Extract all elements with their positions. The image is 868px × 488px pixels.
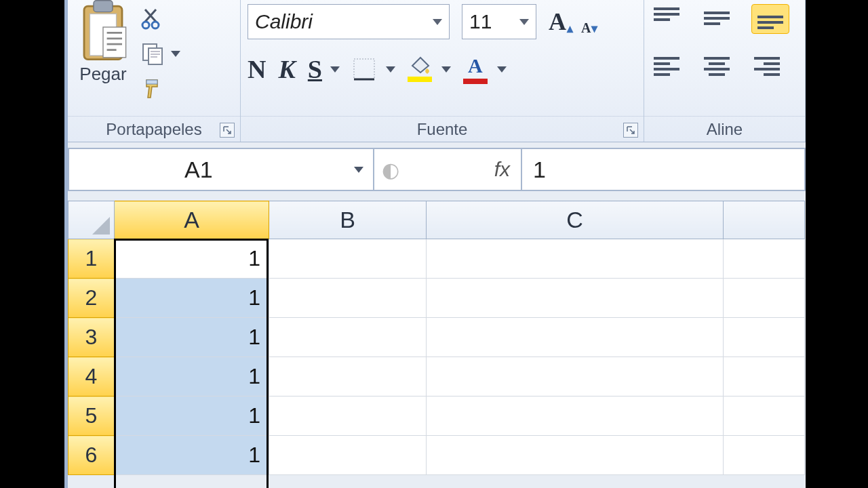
row-header-3[interactable]: 3: [68, 318, 115, 357]
chevron-down-icon: [441, 66, 451, 73]
cell-B1[interactable]: [269, 239, 427, 279]
align-top-button[interactable]: [651, 6, 682, 32]
align-center-button[interactable]: [701, 54, 732, 80]
cancel-entry-icon: ◐: [374, 149, 407, 190]
bold-button[interactable]: N: [248, 54, 266, 84]
paintbrush-icon: [141, 77, 164, 100]
svg-rect-25: [709, 62, 725, 65]
cell-A5[interactable]: 1: [115, 396, 269, 436]
svg-rect-16: [704, 22, 720, 25]
group-label-alignment: Aline: [644, 116, 805, 142]
copy-button[interactable]: [141, 42, 180, 65]
svg-point-5: [152, 22, 159, 28]
align-right-button[interactable]: [751, 54, 783, 80]
dialog-launcher-font[interactable]: [623, 123, 638, 138]
name-box[interactable]: A1: [69, 149, 374, 190]
chevron-down-icon: [497, 66, 507, 73]
chevron-down-icon: [330, 66, 340, 73]
svg-rect-2: [94, 1, 113, 12]
svg-rect-20: [654, 57, 679, 60]
fill-color-button[interactable]: [408, 56, 451, 82]
column-header-A[interactable]: A: [115, 201, 269, 239]
cell-A2[interactable]: 1: [115, 279, 269, 318]
borders-button[interactable]: [352, 57, 395, 81]
decrease-font-button[interactable]: A▾: [581, 7, 597, 36]
cell-D6[interactable]: [724, 436, 805, 475]
chevron-down-icon: [519, 19, 529, 25]
svg-point-4: [142, 22, 149, 28]
cell-D1[interactable]: [724, 239, 805, 279]
cell-B5[interactable]: [269, 396, 427, 436]
svg-rect-8: [146, 80, 157, 84]
row-header-4[interactable]: 4: [68, 357, 115, 396]
cell-C5[interactable]: [427, 396, 724, 436]
svg-rect-21: [654, 62, 670, 65]
svg-rect-31: [764, 73, 780, 76]
cell-B2[interactable]: [269, 279, 427, 318]
cell-C2[interactable]: [427, 279, 724, 318]
formula-value: 1: [533, 157, 546, 183]
worksheet-grid[interactable]: A B C 1 1 2 1 3 1: [68, 201, 806, 475]
svg-rect-27: [709, 73, 725, 76]
paste-button[interactable]: Pegar: [75, 0, 132, 85]
align-bottom-button[interactable]: [751, 4, 789, 34]
chevron-down-icon: [171, 51, 180, 57]
dialog-launcher-clipboard[interactable]: [220, 123, 235, 138]
clipboard-icon: [75, 0, 132, 64]
svg-rect-7: [149, 48, 162, 64]
format-painter-button[interactable]: [141, 77, 180, 100]
font-color-icon: A: [468, 54, 483, 77]
ribbon-group-font: Calibri 11 A▴ A▾: [241, 0, 644, 142]
font-color-button[interactable]: A: [463, 54, 507, 84]
copy-icon: [141, 42, 164, 65]
svg-rect-13: [654, 18, 670, 21]
row-header-6[interactable]: 6: [68, 436, 115, 475]
fx-label[interactable]: fx: [407, 149, 522, 190]
row-header-2[interactable]: 2: [68, 279, 115, 318]
increase-font-button[interactable]: A▴: [549, 7, 573, 36]
cut-button[interactable]: [141, 7, 180, 30]
ribbon: Pegar: [68, 0, 806, 142]
row-header-1[interactable]: 1: [68, 239, 115, 279]
border-icon: [352, 57, 376, 81]
cell-A4[interactable]: 1: [115, 357, 269, 396]
font-size-combo[interactable]: 11: [462, 4, 536, 39]
cell-A3[interactable]: 1: [115, 318, 269, 357]
align-left-button[interactable]: [651, 54, 682, 80]
italic-button[interactable]: K: [278, 54, 295, 84]
cell-D4[interactable]: [724, 357, 805, 396]
svg-rect-17: [757, 16, 783, 18]
formula-bar: A1 ◐ fx 1: [68, 148, 806, 191]
underline-button[interactable]: S: [308, 54, 340, 84]
cell-B6[interactable]: [269, 436, 427, 475]
svg-rect-3: [103, 27, 126, 58]
column-header-B[interactable]: B: [269, 201, 427, 239]
cell-C1[interactable]: [427, 239, 724, 279]
cell-A1[interactable]: 1: [115, 239, 269, 279]
column-header-D[interactable]: [724, 201, 805, 239]
row-header-5[interactable]: 5: [68, 396, 115, 436]
column-header-C[interactable]: C: [427, 201, 724, 239]
name-box-value: A1: [184, 157, 213, 183]
cell-C3[interactable]: [427, 318, 724, 357]
cell-B4[interactable]: [269, 357, 427, 396]
formula-input[interactable]: 1: [522, 149, 804, 190]
paste-label: Pegar: [79, 64, 126, 85]
svg-rect-12: [654, 13, 679, 16]
cell-D3[interactable]: [724, 318, 805, 357]
ribbon-group-clipboard: Pegar: [68, 0, 241, 142]
cell-C4[interactable]: [427, 357, 724, 396]
align-middle-button[interactable]: [701, 6, 732, 32]
group-label-clipboard: Portapapeles: [68, 116, 240, 142]
cell-A6[interactable]: 1: [115, 436, 269, 475]
cell-B3[interactable]: [269, 318, 427, 357]
select-all-corner[interactable]: [68, 201, 115, 239]
cell-D5[interactable]: [724, 396, 805, 436]
cell-C6[interactable]: [427, 436, 724, 475]
font-size-value: 11: [469, 10, 492, 33]
svg-rect-19: [757, 26, 774, 29]
cell-D2[interactable]: [724, 279, 805, 318]
font-name-combo[interactable]: Calibri: [248, 4, 450, 39]
svg-rect-30: [754, 68, 780, 70]
svg-rect-14: [704, 12, 730, 14]
